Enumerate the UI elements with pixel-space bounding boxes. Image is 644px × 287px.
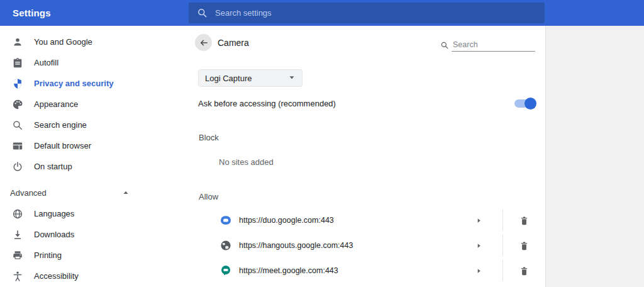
sidebar-item-languages[interactable]: Languages xyxy=(0,203,189,224)
trash-icon xyxy=(519,240,530,251)
sidebar-item-label: Default browser xyxy=(34,141,91,150)
settings-sidebar: You and Google Autofill Privacy and secu… xyxy=(0,26,189,287)
sidebar-item-appearance[interactable]: Appearance xyxy=(0,94,189,115)
site-row-duo: https://duo.google.com:443 xyxy=(189,208,545,233)
settings-search-box[interactable] xyxy=(189,3,545,23)
top-toolbar: Settings xyxy=(0,0,644,26)
sidebar-item-label: Accessibility xyxy=(34,271,79,281)
site-row-meet: https://meet.google.com:443 xyxy=(189,258,545,283)
settings-title: Settings xyxy=(13,0,51,26)
site-url: https://hangouts.google.com:443 xyxy=(239,241,471,250)
camera-device-select[interactable]: Logi Capture xyxy=(198,69,303,87)
palette-icon xyxy=(11,98,24,111)
sidebar-item-accessibility[interactable]: Accessibility xyxy=(0,266,189,286)
ask-before-accessing-toggle[interactable] xyxy=(514,99,535,108)
chevron-right-icon xyxy=(475,217,482,224)
sidebar-item-label: Printing xyxy=(34,250,62,260)
meet-favicon-icon xyxy=(220,265,231,276)
advanced-label: Advanced xyxy=(10,188,47,198)
ask-before-accessing-label: Ask before accessing (recommended) xyxy=(198,99,336,108)
site-url: https://meet.google.com:443 xyxy=(239,266,471,275)
allow-site-list: https://duo.google.com:443 https://hango… xyxy=(189,208,545,283)
delete-site-button[interactable] xyxy=(516,238,531,253)
trash-icon xyxy=(519,266,530,276)
shield-icon xyxy=(11,77,24,90)
delete-site-button[interactable] xyxy=(516,263,531,278)
sidebar-item-label: Autofill xyxy=(34,58,58,67)
browser-icon xyxy=(11,140,24,152)
globe-favicon-icon xyxy=(220,240,231,251)
expand-site-button[interactable] xyxy=(471,238,486,253)
sidebar-advanced-toggle[interactable]: Advanced xyxy=(0,183,189,203)
toggle-knob xyxy=(525,98,536,110)
trash-icon xyxy=(519,215,530,226)
expand-site-button[interactable] xyxy=(471,213,486,228)
duo-favicon-icon xyxy=(220,215,231,226)
sidebar-item-you-and-google[interactable]: You and Google xyxy=(0,31,189,52)
site-row-link[interactable]: https://duo.google.com:443 xyxy=(189,208,502,233)
sidebar-item-label: On startup xyxy=(34,162,72,171)
site-row-hangouts: https://hangouts.google.com:443 xyxy=(189,233,545,258)
sidebar-item-autofill[interactable]: Autofill xyxy=(0,52,189,73)
chevron-down-icon xyxy=(288,72,296,84)
page-search-input[interactable] xyxy=(452,39,535,52)
site-row-link[interactable]: https://hangouts.google.com:443 xyxy=(189,233,502,258)
sidebar-item-on-startup[interactable]: On startup xyxy=(0,156,189,177)
sidebar-item-search-engine[interactable]: Search engine xyxy=(0,115,189,135)
row-divider xyxy=(502,260,503,281)
camera-settings-panel: Camera Logi Capture Ask before accessing… xyxy=(189,26,545,287)
globe-icon xyxy=(11,208,24,220)
sidebar-item-privacy-and-security[interactable]: Privacy and security xyxy=(0,73,189,94)
camera-device-value: Logi Capture xyxy=(205,74,288,83)
sidebar-item-label: Privacy and security xyxy=(34,79,113,88)
delete-site-button[interactable] xyxy=(516,213,531,228)
chevron-up-icon xyxy=(122,188,130,199)
site-row-link[interactable]: https://meet.google.com:443 xyxy=(189,258,502,283)
search-icon xyxy=(440,41,449,50)
sidebar-item-label: Languages xyxy=(34,209,74,218)
site-url: https://duo.google.com:443 xyxy=(239,216,471,225)
search-icon xyxy=(197,8,208,18)
autofill-icon xyxy=(11,57,24,69)
chevron-right-icon xyxy=(475,267,482,274)
chevron-right-icon xyxy=(475,242,482,249)
printer-icon xyxy=(11,249,24,262)
sidebar-item-label: Appearance xyxy=(34,99,78,109)
allow-section-label: Allow xyxy=(199,192,218,201)
page-title: Camera xyxy=(218,38,249,48)
power-icon xyxy=(11,160,24,173)
person-icon xyxy=(11,36,24,48)
back-button[interactable] xyxy=(195,34,212,51)
right-gutter xyxy=(545,26,644,287)
sidebar-item-default-browser[interactable]: Default browser xyxy=(0,135,189,156)
sidebar-item-label: You and Google xyxy=(34,37,92,47)
sidebar-item-printing[interactable]: Printing xyxy=(0,245,189,266)
back-arrow-icon xyxy=(199,38,209,48)
row-divider xyxy=(502,235,503,256)
block-empty-text: No sites added xyxy=(219,157,274,167)
sidebar-item-downloads[interactable]: Downloads xyxy=(0,224,189,245)
download-icon xyxy=(11,228,24,241)
ask-before-accessing-row: Ask before accessing (recommended) xyxy=(198,94,538,113)
expand-site-button[interactable] xyxy=(471,263,486,278)
search-icon xyxy=(11,119,24,132)
block-section-label: Block xyxy=(199,133,219,142)
sidebar-item-label: Search engine xyxy=(34,120,87,130)
row-divider xyxy=(502,210,503,231)
settings-search-input[interactable] xyxy=(215,8,492,18)
page-search-field[interactable] xyxy=(440,37,536,52)
sidebar-item-label: Downloads xyxy=(34,230,74,239)
accessibility-icon xyxy=(11,270,24,283)
